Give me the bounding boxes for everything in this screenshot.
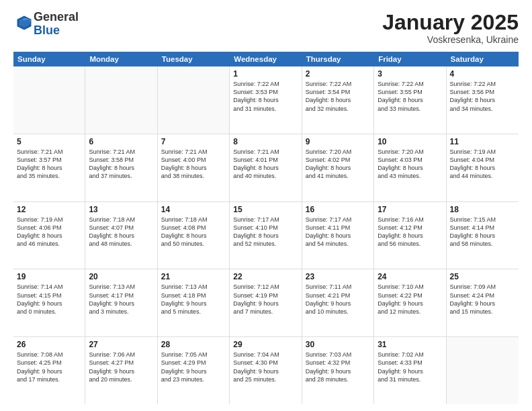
logo: General Blue <box>13 11 79 38</box>
day-number: 11 <box>450 137 515 146</box>
cell-info: Sunrise: 7:22 AM Sunset: 3:53 PM Dayligh… <box>233 80 298 113</box>
day-number: 16 <box>306 205 370 214</box>
day-number: 7 <box>161 137 226 146</box>
calendar-cell: 26Sunrise: 7:08 AM Sunset: 4:25 PM Dayli… <box>13 337 85 404</box>
day-number: 25 <box>450 272 515 281</box>
cell-info: Sunrise: 7:20 AM Sunset: 4:02 PM Dayligh… <box>306 148 370 181</box>
month-title: January 2025 <box>382 11 519 34</box>
calendar-cell: 27Sunrise: 7:06 AM Sunset: 4:27 PM Dayli… <box>85 337 157 404</box>
cell-info: Sunrise: 7:13 AM Sunset: 4:17 PM Dayligh… <box>89 283 153 316</box>
cell-info: Sunrise: 7:10 AM Sunset: 4:22 PM Dayligh… <box>378 283 442 316</box>
cell-info: Sunrise: 7:21 AM Sunset: 3:58 PM Dayligh… <box>89 148 153 181</box>
cell-info: Sunrise: 7:18 AM Sunset: 4:08 PM Dayligh… <box>161 216 226 248</box>
day-number: 21 <box>161 272 226 281</box>
calendar-cell <box>13 66 85 134</box>
calendar-cell: 2Sunrise: 7:22 AM Sunset: 3:54 PM Daylig… <box>302 66 374 134</box>
day-number: 30 <box>306 340 370 349</box>
calendar-cell: 19Sunrise: 7:14 AM Sunset: 4:15 PM Dayli… <box>13 269 85 336</box>
header: General Blue January 2025 Voskresenka, U… <box>13 11 519 45</box>
calendar-cell <box>447 337 519 404</box>
cell-info: Sunrise: 7:06 AM Sunset: 4:27 PM Dayligh… <box>89 351 153 383</box>
calendar-cell: 14Sunrise: 7:18 AM Sunset: 4:08 PM Dayli… <box>158 202 230 269</box>
cell-info: Sunrise: 7:19 AM Sunset: 4:06 PM Dayligh… <box>17 216 81 248</box>
calendar-cell: 18Sunrise: 7:15 AM Sunset: 4:14 PM Dayli… <box>447 202 519 269</box>
day-number: 14 <box>161 205 226 214</box>
cell-info: Sunrise: 7:18 AM Sunset: 4:07 PM Dayligh… <box>89 216 153 248</box>
header-day: Thursday <box>302 52 374 66</box>
calendar-cell: 3Sunrise: 7:22 AM Sunset: 3:55 PM Daylig… <box>374 66 446 134</box>
calendar-cell: 17Sunrise: 7:16 AM Sunset: 4:12 PM Dayli… <box>374 202 446 269</box>
calendar-cell <box>85 66 157 134</box>
calendar-cell: 16Sunrise: 7:17 AM Sunset: 4:11 PM Dayli… <box>302 202 374 269</box>
header-day: Saturday <box>447 52 519 66</box>
cell-info: Sunrise: 7:08 AM Sunset: 4:25 PM Dayligh… <box>17 351 81 383</box>
header-day: Friday <box>374 52 446 66</box>
day-number: 13 <box>89 205 153 214</box>
cell-info: Sunrise: 7:22 AM Sunset: 3:54 PM Dayligh… <box>306 80 370 113</box>
cell-info: Sunrise: 7:03 AM Sunset: 4:32 PM Dayligh… <box>306 351 370 383</box>
calendar-row: 1Sunrise: 7:22 AM Sunset: 3:53 PM Daylig… <box>13 66 519 134</box>
cell-info: Sunrise: 7:20 AM Sunset: 4:03 PM Dayligh… <box>378 148 442 181</box>
day-number: 5 <box>17 137 81 146</box>
calendar-body: 1Sunrise: 7:22 AM Sunset: 3:53 PM Daylig… <box>13 66 519 404</box>
calendar-cell: 12Sunrise: 7:19 AM Sunset: 4:06 PM Dayli… <box>13 202 85 269</box>
calendar-cell: 6Sunrise: 7:21 AM Sunset: 3:58 PM Daylig… <box>85 134 157 201</box>
day-number: 31 <box>378 340 442 349</box>
svg-marker-2 <box>19 19 32 29</box>
cell-info: Sunrise: 7:16 AM Sunset: 4:12 PM Dayligh… <box>378 216 442 248</box>
header-day: Wednesday <box>230 52 302 66</box>
day-number: 17 <box>378 205 442 214</box>
day-number: 4 <box>450 69 515 79</box>
header-day: Tuesday <box>158 52 230 66</box>
calendar-cell: 1Sunrise: 7:22 AM Sunset: 3:53 PM Daylig… <box>230 66 302 134</box>
day-number: 19 <box>17 272 81 281</box>
cell-info: Sunrise: 7:21 AM Sunset: 4:01 PM Dayligh… <box>233 148 298 181</box>
title-block: January 2025 Voskresenka, Ukraine <box>382 11 519 45</box>
calendar-cell: 15Sunrise: 7:17 AM Sunset: 4:10 PM Dayli… <box>230 202 302 269</box>
logo-blue: Blue <box>34 24 60 37</box>
calendar-cell: 10Sunrise: 7:20 AM Sunset: 4:03 PM Dayli… <box>374 134 446 201</box>
cell-info: Sunrise: 7:13 AM Sunset: 4:18 PM Dayligh… <box>161 283 226 316</box>
calendar-cell: 30Sunrise: 7:03 AM Sunset: 4:32 PM Dayli… <box>302 337 374 404</box>
cell-info: Sunrise: 7:05 AM Sunset: 4:29 PM Dayligh… <box>161 351 226 383</box>
calendar-cell: 29Sunrise: 7:04 AM Sunset: 4:30 PM Dayli… <box>230 337 302 404</box>
day-number: 29 <box>233 340 298 349</box>
calendar-row: 5Sunrise: 7:21 AM Sunset: 3:57 PM Daylig… <box>13 134 519 202</box>
header-day: Monday <box>85 52 157 66</box>
cell-info: Sunrise: 7:12 AM Sunset: 4:19 PM Dayligh… <box>233 283 298 316</box>
day-number: 9 <box>306 137 370 146</box>
cell-info: Sunrise: 7:17 AM Sunset: 4:10 PM Dayligh… <box>233 216 298 248</box>
cell-info: Sunrise: 7:22 AM Sunset: 3:56 PM Dayligh… <box>450 80 515 113</box>
calendar-row: 19Sunrise: 7:14 AM Sunset: 4:15 PM Dayli… <box>13 269 519 337</box>
calendar-cell: 8Sunrise: 7:21 AM Sunset: 4:01 PM Daylig… <box>230 134 302 201</box>
logo-icon <box>15 13 34 32</box>
day-number: 12 <box>17 205 81 214</box>
cell-info: Sunrise: 7:17 AM Sunset: 4:11 PM Dayligh… <box>306 216 370 248</box>
cell-info: Sunrise: 7:15 AM Sunset: 4:14 PM Dayligh… <box>450 216 515 248</box>
calendar-cell: 13Sunrise: 7:18 AM Sunset: 4:07 PM Dayli… <box>85 202 157 269</box>
calendar: SundayMondayTuesdayWednesdayThursdayFrid… <box>13 52 519 404</box>
calendar-cell: 23Sunrise: 7:11 AM Sunset: 4:21 PM Dayli… <box>302 269 374 336</box>
logo-text: General Blue <box>34 11 79 38</box>
calendar-cell: 9Sunrise: 7:20 AM Sunset: 4:02 PM Daylig… <box>302 134 374 201</box>
cell-info: Sunrise: 7:02 AM Sunset: 4:33 PM Dayligh… <box>378 351 442 383</box>
calendar-cell <box>158 66 230 134</box>
calendar-cell: 24Sunrise: 7:10 AM Sunset: 4:22 PM Dayli… <box>374 269 446 336</box>
location: Voskresenka, Ukraine <box>382 34 519 45</box>
calendar-cell: 25Sunrise: 7:09 AM Sunset: 4:24 PM Dayli… <box>447 269 519 336</box>
page: General Blue January 2025 Voskresenka, U… <box>0 0 532 411</box>
day-number: 23 <box>306 272 370 281</box>
day-number: 27 <box>89 340 153 349</box>
cell-info: Sunrise: 7:04 AM Sunset: 4:30 PM Dayligh… <box>233 351 298 383</box>
cell-info: Sunrise: 7:11 AM Sunset: 4:21 PM Dayligh… <box>306 283 370 316</box>
calendar-cell: 7Sunrise: 7:21 AM Sunset: 4:00 PM Daylig… <box>158 134 230 201</box>
day-number: 1 <box>233 69 298 79</box>
day-number: 20 <box>89 272 153 281</box>
calendar-cell: 31Sunrise: 7:02 AM Sunset: 4:33 PM Dayli… <box>374 337 446 404</box>
cell-info: Sunrise: 7:19 AM Sunset: 4:04 PM Dayligh… <box>450 148 515 181</box>
calendar-cell: 11Sunrise: 7:19 AM Sunset: 4:04 PM Dayli… <box>447 134 519 201</box>
calendar-cell: 21Sunrise: 7:13 AM Sunset: 4:18 PM Dayli… <box>158 269 230 336</box>
header-day: Sunday <box>13 52 85 66</box>
cell-info: Sunrise: 7:21 AM Sunset: 4:00 PM Dayligh… <box>161 148 226 181</box>
calendar-header: SundayMondayTuesdayWednesdayThursdayFrid… <box>13 52 519 66</box>
